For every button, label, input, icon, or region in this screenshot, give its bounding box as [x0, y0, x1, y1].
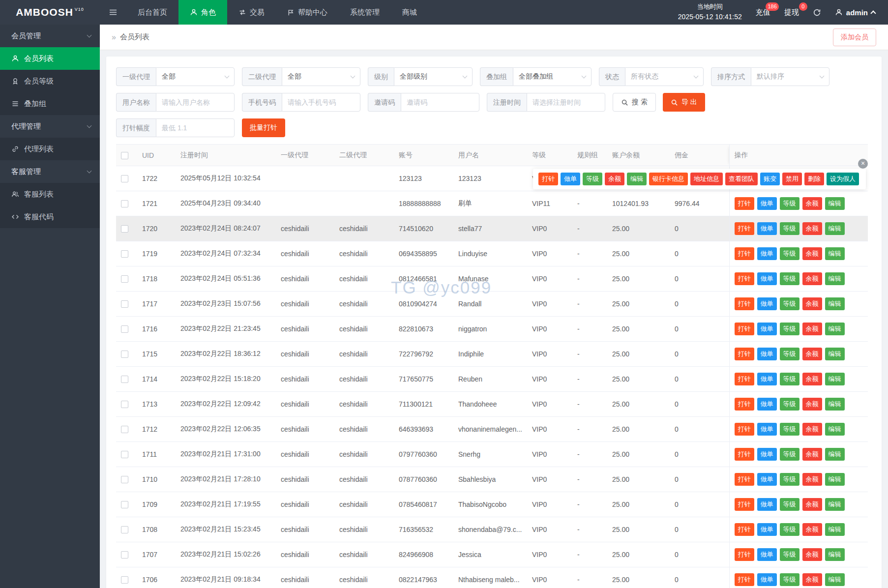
order-action-button[interactable]: 做单 [757, 548, 777, 561]
reg-time-input[interactable] [527, 93, 605, 112]
row-checkbox[interactable] [121, 551, 128, 559]
filter-select-agent2[interactable]: 全部 [282, 67, 360, 86]
row-checkbox[interactable] [121, 576, 128, 584]
row-checkbox[interactable] [121, 476, 128, 483]
needle-action-button[interactable]: 打针 [735, 423, 754, 436]
needle-action-button[interactable]: 打针 [735, 448, 754, 461]
row-checkbox[interactable] [121, 376, 128, 383]
edit-action-button[interactable]: 编辑 [825, 373, 845, 385]
popup-order-button[interactable]: 做单 [561, 173, 580, 185]
needle-range-input[interactable] [156, 118, 235, 137]
filter-select-level[interactable]: 全部级别 [394, 67, 473, 86]
level-action-button[interactable]: 等级 [780, 498, 799, 511]
balance-action-button[interactable]: 余额 [802, 423, 822, 436]
balance-action-button[interactable]: 余额 [802, 272, 822, 285]
needle-action-button[interactable]: 打针 [735, 523, 754, 536]
popup-view-team-button[interactable]: 查看团队 [725, 173, 758, 185]
withdraw-button[interactable]: 提现 0 [784, 8, 799, 17]
balance-action-button[interactable]: 余额 [802, 498, 822, 511]
level-action-button[interactable]: 等级 [780, 323, 799, 335]
level-action-button[interactable]: 等级 [780, 473, 799, 486]
popup-set-fake-button[interactable]: 设为假人 [827, 173, 859, 185]
order-action-button[interactable]: 做单 [757, 523, 777, 536]
needle-action-button[interactable]: 打针 [735, 498, 754, 511]
export-button[interactable]: 导 出 [663, 93, 705, 112]
popup-account-change-button[interactable]: 账变 [760, 173, 780, 185]
balance-action-button[interactable]: 余额 [802, 222, 822, 235]
search-button[interactable]: 搜 索 [613, 93, 656, 112]
needle-action-button[interactable]: 打针 [735, 548, 754, 561]
row-checkbox[interactable] [121, 300, 128, 308]
sidebar-item-support-list[interactable]: 客服列表 [0, 183, 100, 206]
edit-action-button[interactable]: 编辑 [825, 222, 845, 235]
filter-select-agent1[interactable]: 全部 [156, 67, 235, 86]
level-action-button[interactable]: 等级 [780, 222, 799, 235]
filter-select-stack-group[interactable]: 全部叠加组 [513, 67, 592, 86]
balance-action-button[interactable]: 余额 [802, 473, 822, 486]
balance-action-button[interactable]: 余额 [802, 297, 822, 310]
row-checkbox[interactable] [121, 426, 128, 433]
order-action-button[interactable]: 做单 [757, 323, 777, 335]
sidebar-item-stack-group[interactable]: 叠加组 [0, 92, 100, 115]
row-checkbox[interactable] [121, 225, 128, 233]
level-action-button[interactable]: 等级 [780, 448, 799, 461]
sidebar-item-agent-management[interactable]: 代理管理 [0, 115, 100, 138]
popup-bank-card-button[interactable]: 银行卡信息 [649, 173, 688, 185]
order-action-button[interactable]: 做单 [757, 423, 777, 436]
needle-action-button[interactable]: 打针 [735, 197, 754, 210]
phone-input[interactable] [282, 93, 360, 112]
order-action-button[interactable]: 做单 [757, 222, 777, 235]
balance-action-button[interactable]: 余额 [802, 548, 822, 561]
recharge-button[interactable]: 充值 186 [756, 8, 770, 17]
row-checkbox[interactable] [121, 351, 128, 358]
edit-action-button[interactable]: 编辑 [825, 423, 845, 436]
top-menu-shop[interactable]: 商城 [391, 0, 428, 25]
level-action-button[interactable]: 等级 [780, 548, 799, 561]
username-input[interactable] [156, 93, 235, 112]
sidebar-item-support-code[interactable]: 客服代码 [0, 206, 100, 228]
needle-action-button[interactable]: 打针 [735, 373, 754, 385]
row-checkbox[interactable] [121, 526, 128, 533]
order-action-button[interactable]: 做单 [757, 573, 777, 586]
edit-action-button[interactable]: 编辑 [825, 448, 845, 461]
popup-balance-button[interactable]: 余额 [605, 173, 624, 185]
edit-action-button[interactable]: 编辑 [825, 523, 845, 536]
needle-action-button[interactable]: 打针 [735, 473, 754, 486]
needle-action-button[interactable]: 打针 [735, 348, 754, 360]
order-action-button[interactable]: 做单 [757, 348, 777, 360]
level-action-button[interactable]: 等级 [780, 573, 799, 586]
order-action-button[interactable]: 做单 [757, 373, 777, 385]
sidebar-item-member-list[interactable]: 会员列表 [0, 47, 100, 70]
order-action-button[interactable]: 做单 [757, 247, 777, 260]
balance-action-button[interactable]: 余额 [802, 247, 822, 260]
close-icon[interactable]: × [858, 159, 868, 169]
edit-action-button[interactable]: 编辑 [825, 197, 845, 210]
user-menu[interactable]: admin [835, 8, 875, 17]
needle-action-button[interactable]: 打针 [735, 222, 754, 235]
sidebar-item-agent-list[interactable]: 代理列表 [0, 138, 100, 160]
level-action-button[interactable]: 等级 [780, 297, 799, 310]
popup-level-button[interactable]: 等级 [583, 173, 602, 185]
needle-action-button[interactable]: 打针 [735, 573, 754, 586]
edit-action-button[interactable]: 编辑 [825, 473, 845, 486]
popup-needle-button[interactable]: 打针 [538, 173, 558, 185]
refresh-icon[interactable] [813, 8, 821, 17]
menu-toggle-icon[interactable] [100, 0, 126, 25]
needle-action-button[interactable]: 打针 [735, 297, 754, 310]
balance-action-button[interactable]: 余额 [802, 373, 822, 385]
filter-select-sort[interactable]: 默认排序 [751, 67, 829, 86]
edit-action-button[interactable]: 编辑 [825, 573, 845, 586]
balance-action-button[interactable]: 余额 [802, 448, 822, 461]
order-action-button[interactable]: 做单 [757, 197, 777, 210]
level-action-button[interactable]: 等级 [780, 523, 799, 536]
row-checkbox[interactable] [121, 200, 128, 207]
balance-action-button[interactable]: 余额 [802, 398, 822, 411]
needle-action-button[interactable]: 打针 [735, 247, 754, 260]
add-member-button[interactable]: 添加会员 [833, 29, 876, 46]
popup-address-button[interactable]: 地址信息 [690, 173, 723, 185]
balance-action-button[interactable]: 余额 [802, 573, 822, 586]
row-checkbox[interactable] [121, 501, 128, 508]
top-menu-roles[interactable]: 角色 [178, 0, 227, 25]
level-action-button[interactable]: 等级 [780, 348, 799, 360]
top-menu-system[interactable]: 系统管理 [339, 0, 391, 25]
